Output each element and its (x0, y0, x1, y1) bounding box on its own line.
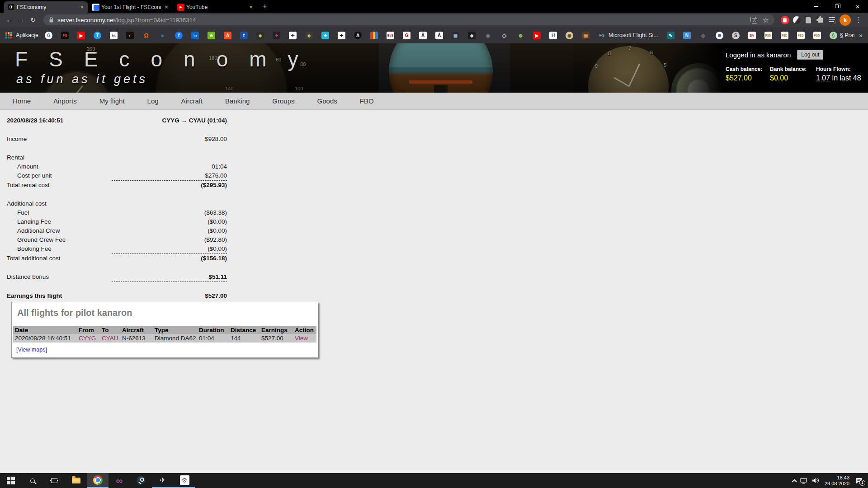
network-icon[interactable] (800, 478, 807, 484)
bookmark-item[interactable]: Å (435, 32, 443, 39)
browser-menu-button[interactable] (853, 14, 864, 26)
bookmark-item[interactable]: int (110, 32, 118, 39)
tab-close-icon[interactable]: × (247, 4, 255, 11)
bookmark-item[interactable]: ✎ (667, 32, 675, 39)
bookmark-item[interactable]: Ω (142, 32, 150, 39)
bookmark-item[interactable]: ◈ (699, 32, 707, 39)
bookmark-item[interactable]: ✈ (289, 32, 297, 39)
bookmark-item[interactable]: ◐ (126, 32, 134, 39)
bookmark-item[interactable]: ▶ (77, 32, 85, 39)
address-bar[interactable]: server.fseconomy.net/log.jsp?from=0&id=1… (43, 14, 774, 25)
nav-item-aircraft[interactable]: Aircraft (181, 97, 203, 105)
reload-button[interactable] (27, 14, 39, 26)
bookmark-item[interactable]: FSD (781, 32, 788, 39)
bookmark-item[interactable]: FSD (797, 32, 805, 39)
extensions-puzzle-icon[interactable] (814, 14, 826, 26)
bookmark-item[interactable]: ▦ (452, 32, 459, 39)
bookmark-item[interactable]: ▶ (533, 32, 541, 39)
bookmark-item[interactable]: e (208, 32, 215, 39)
bookmark-item[interactable]: FSMicrosoft Flight Si... (598, 32, 658, 39)
clock[interactable]: 18:43 28.08.2020 (825, 475, 849, 487)
sphere-extension-icon[interactable] (791, 14, 802, 26)
translate-icon[interactable] (750, 17, 757, 23)
nav-item-banking[interactable]: Banking (225, 97, 250, 105)
speaker-icon[interactable] (812, 478, 820, 483)
bookmark-item[interactable]: ◆ (305, 32, 313, 39)
bookmark-item[interactable]: ☻ (517, 32, 524, 39)
window-restore-button[interactable] (826, 0, 847, 13)
bookmark-item[interactable]: ◇ (500, 32, 508, 39)
nav-item-groups[interactable]: Groups (272, 97, 294, 105)
bookmark-item[interactable]: PS (61, 32, 69, 39)
bookmark-item[interactable]: ◈ (468, 32, 476, 39)
logout-button[interactable]: Log out (797, 50, 823, 60)
nav-item-my-flight[interactable]: My flight (99, 97, 125, 105)
bookmark-item[interactable]: ◈ (484, 32, 492, 39)
bookmark-item[interactable]: f (175, 32, 183, 39)
bookmark-item[interactable]: ✈ (273, 32, 280, 39)
page-extension-icon[interactable] (802, 14, 814, 26)
table-link[interactable]: CYAU (102, 335, 118, 342)
bookmark-item[interactable]: T (94, 32, 101, 39)
taskbar-search-button[interactable] (22, 473, 43, 488)
browser-tab[interactable]: FSEconomy× (4, 1, 88, 13)
bookmark-item[interactable] (370, 32, 378, 39)
fse-client-button[interactable] (174, 473, 195, 488)
profile-avatar[interactable]: k (840, 14, 851, 26)
bookmark-item[interactable]: A (224, 32, 231, 39)
bookmark-item[interactable]: §§ Prawa konsument... (830, 32, 854, 39)
bookmark-item[interactable]: S (732, 32, 740, 39)
hours-flown-link[interactable]: 1.07 (816, 74, 830, 82)
notification-icon[interactable]: 1 (854, 477, 863, 485)
bookmark-item[interactable]: FSD (813, 32, 821, 39)
playlist-extension-icon[interactable] (826, 14, 838, 26)
table-link[interactable]: CYYG (79, 335, 96, 342)
new-tab-button[interactable] (259, 0, 271, 12)
bookmark-item[interactable]: ◉ (566, 32, 573, 39)
chrome-taskbar-button[interactable] (87, 473, 108, 488)
bookmark-star-icon[interactable] (763, 16, 769, 24)
bookmark-item[interactable]: t (240, 32, 248, 39)
taskbar-start-button[interactable] (0, 473, 22, 488)
bookmark-item[interactable]: ● (159, 32, 166, 39)
bookmark-item[interactable]: SV (748, 32, 756, 39)
forward-button[interactable] (15, 14, 27, 26)
bookmark-item[interactable]: Å (419, 32, 427, 39)
nav-item-log[interactable]: Log (147, 97, 159, 105)
nav-item-airports[interactable]: Airports (53, 97, 77, 105)
nav-item-home[interactable]: Home (13, 97, 31, 105)
table-link[interactable]: View (295, 335, 308, 342)
bookmark-item[interactable]: ▣ (582, 32, 590, 39)
flight-simulator-button[interactable] (152, 473, 174, 488)
window-close-button[interactable]: × (847, 0, 868, 13)
bookmark-item[interactable]: G (403, 32, 410, 39)
adblock-extension-icon[interactable] (779, 14, 791, 26)
bookmark-item[interactable]: in (191, 32, 199, 39)
bookmark-item[interactable]: G (45, 32, 52, 39)
bookmark-item[interactable]: N (683, 32, 691, 39)
apps-label[interactable]: Aplikacje (16, 32, 38, 38)
bookmark-item[interactable]: ◆ (256, 32, 264, 39)
apps-grid-icon[interactable] (5, 32, 12, 39)
visual-studio-button[interactable] (108, 473, 130, 488)
file-explorer-button[interactable] (65, 473, 87, 488)
bookmark-item[interactable]: H (549, 32, 557, 39)
bookmark-item[interactable]: ⊕ (716, 32, 723, 39)
tray-chevron-icon[interactable] (792, 479, 797, 484)
tab-close-icon[interactable]: × (78, 4, 85, 11)
browser-tab[interactable]: YouTube× (173, 1, 257, 13)
browser-tab[interactable]: Your 1st Flight - FSEconomy Ope× (88, 1, 173, 13)
bookmark-item[interactable]: A (354, 32, 362, 39)
nav-item-fbo[interactable]: FBO (360, 97, 374, 105)
tab-close-icon[interactable]: × (163, 4, 170, 11)
bookmark-item[interactable]: ✈ (338, 32, 345, 39)
back-button[interactable] (4, 14, 15, 26)
task-view-button[interactable] (43, 473, 65, 488)
window-minimize-button[interactable] (806, 0, 826, 13)
view-maps-link[interactable]: [View maps] (16, 347, 47, 353)
nav-item-goods[interactable]: Goods (317, 97, 337, 105)
bookmark-item[interactable]: BVS (387, 32, 394, 39)
bookmarks-overflow-chevron[interactable]: » (854, 32, 863, 39)
site-logo[interactable]: FSEconomy (15, 47, 320, 71)
bookmark-item[interactable]: FSD (764, 32, 772, 39)
